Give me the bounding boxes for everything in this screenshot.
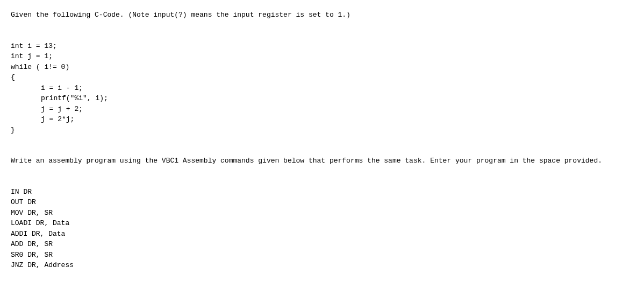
asm-line-6: ADD DR, SR bbox=[11, 239, 633, 250]
code-line-6: printf("%i", i); bbox=[11, 93, 633, 104]
spacer bbox=[11, 135, 633, 156]
asm-line-2: OUT DR bbox=[11, 197, 633, 208]
code-line-8: j = 2*j; bbox=[11, 114, 633, 125]
asm-line-5: ADDI DR, Data bbox=[11, 229, 633, 240]
asm-line-7: SR0 DR, SR bbox=[11, 250, 633, 261]
asm-line-8: JNZ DR, Address bbox=[11, 260, 633, 271]
spacer bbox=[11, 20, 633, 41]
code-line-2: int j = 1; bbox=[11, 51, 633, 62]
code-line-1: int i = 13; bbox=[11, 41, 633, 52]
code-line-4: { bbox=[11, 72, 633, 83]
asm-line-3: MOV DR, SR bbox=[11, 208, 633, 219]
instruction-text: Write an assembly program using the VBC1… bbox=[11, 156, 633, 166]
intro-text: Given the following C-Code. (Note input(… bbox=[11, 10, 633, 20]
code-line-9: } bbox=[11, 125, 633, 136]
spacer bbox=[11, 166, 633, 187]
asm-line-1: IN DR bbox=[11, 187, 633, 198]
code-line-5: i = i - 1; bbox=[11, 83, 633, 94]
code-line-3: while ( i!= 0) bbox=[11, 62, 633, 73]
code-line-7: j = j + 2; bbox=[11, 104, 633, 115]
asm-line-4: LOADI DR, Data bbox=[11, 218, 633, 229]
